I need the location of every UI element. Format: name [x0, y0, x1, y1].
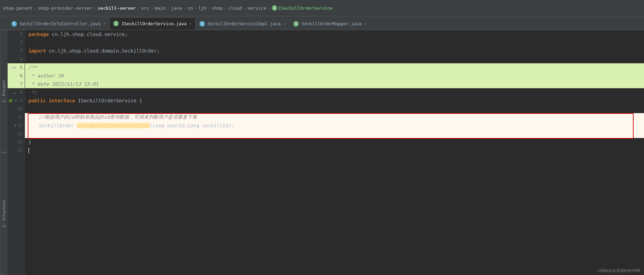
run-icon-9[interactable]: 🌿: [8, 99, 12, 103]
code-line-14: }: [25, 138, 644, 146]
gutter-line-5: |≡ ▽ 5: [8, 63, 25, 72]
interface-badge-2: I: [113, 21, 119, 26]
code-line-15: [25, 146, 644, 155]
breadcrumb-item-8[interactable]: ljh: [198, 6, 206, 11]
gutter-line-4: 4: [8, 55, 25, 63]
text-cursor: [28, 148, 29, 153]
code-line-12: SeckillOrder queryByUserIdAndSeckillId(L…: [25, 121, 644, 130]
interface-badge-4: I: [293, 21, 299, 27]
tab-seckill-controller[interactable]: C SeckillOrderInfoController.java ✕: [8, 17, 109, 30]
gutter-line-13: 13: [8, 130, 25, 138]
class-badge-3: C: [199, 21, 205, 27]
gutter-line-9: 🌿 ⬇ 9: [8, 97, 25, 105]
gutter-line-8: △ 8: [8, 88, 25, 97]
code-editor[interactable]: package cn.ljh.shop.cloud.service; impor…: [25, 30, 644, 275]
gutter-line-11: 11: [8, 113, 25, 121]
breadcrumb-item-9[interactable]: shop: [212, 6, 223, 11]
project-panel-label[interactable]: 1: Project: [0, 30, 8, 152]
tab-label-3: SeckillOrderServiceImpl.java: [208, 21, 281, 26]
breadcrumb-item-4[interactable]: src: [141, 6, 149, 11]
gutter-line-3: 3: [8, 47, 25, 55]
tab-iseckill-service[interactable]: I ISeckillOrderService.java ✕: [109, 17, 196, 30]
code-line-2: [25, 38, 644, 47]
impl-icon-12[interactable]: ⬇: [14, 123, 16, 128]
side-panel-labels: 1: Project 2: Structure: [0, 30, 8, 275]
breadcrumb-item-10[interactable]: cloud: [228, 6, 242, 11]
code-line-8: */: [25, 88, 644, 97]
code-line-6: * author JH: [25, 72, 644, 80]
close-tab-1[interactable]: ✕: [103, 21, 106, 26]
gutter-line-15: 15: [8, 146, 25, 155]
breadcrumb-item-7[interactable]: cn: [187, 6, 193, 11]
breadcrumb-item-6[interactable]: java: [171, 6, 182, 11]
gutter-line-12: ⬇ 12: [8, 121, 25, 130]
gutter-line-14: 14: [8, 138, 25, 146]
gutter-line-2: 2: [8, 38, 25, 47]
gutter-line-7: 7: [8, 80, 25, 88]
breadcrumb-bar: shop-parent › shop-provider-server › sec…: [0, 0, 644, 16]
close-tab-2[interactable]: ✕: [189, 21, 192, 26]
class-badge-1: C: [11, 21, 17, 27]
close-tab-4[interactable]: ✕: [364, 21, 367, 26]
code-line-13: [25, 130, 644, 138]
tab-label-2: ISeckillOrderService.java: [122, 21, 187, 26]
interface-badge: I: [272, 5, 277, 11]
main-layout: 1: Project 2: Structure 1 2 3 4 |≡ ▽ 5 6: [0, 30, 644, 275]
breadcrumb-item-3[interactable]: seckill-server: [98, 6, 136, 11]
gutter-line-10: 10: [8, 105, 25, 113]
collapse-icon-8[interactable]: △: [14, 90, 16, 95]
line-number-gutter: 1 2 3 4 |≡ ▽ 5 6 7 △ 8 🌿 ⬇ 9 10: [8, 30, 25, 275]
code-line-5: /**: [25, 63, 644, 72]
project-label-text: 1: Project: [2, 80, 6, 102]
structure-panel-label[interactable]: 2: Structure: [0, 153, 8, 275]
code-line-11: //根据用户的id和秒杀商品的id查询数据，可用来判断用户是否重复下单: [25, 113, 644, 121]
code-line-10: [25, 105, 644, 113]
tab-bar: C SeckillOrderInfoController.java ✕ I IS…: [0, 16, 644, 30]
code-line-3: import cn.ljh.shop.cloud.domain.SeckillO…: [25, 47, 644, 55]
tab-seckill-impl[interactable]: C SeckillOrderServiceImpl.java ✕: [196, 17, 289, 30]
tab-seckill-mapper[interactable]: I SeckillOrderMapper.java ✕: [289, 17, 370, 30]
collapse-icon-5[interactable]: ▽: [14, 65, 16, 70]
impl-icon-9[interactable]: ⬇: [15, 98, 17, 103]
breadcrumb-item-5[interactable]: main: [155, 6, 166, 11]
watermark: CSDN@从此英雄哈哈SOME: [597, 268, 641, 273]
breadcrumb-item-1[interactable]: shop-parent: [3, 6, 33, 11]
code-line-9: public interface ISeckillOrderService {: [25, 97, 644, 105]
tab-label-1: SeckillOrderInfoController.java: [20, 21, 100, 26]
code-line-4: [25, 55, 644, 63]
gutter-line-6: 6: [8, 72, 25, 80]
close-tab-3[interactable]: ✕: [283, 21, 286, 26]
breadcrumb-item-2[interactable]: shop-provider-server: [38, 6, 92, 11]
code-line-1: package cn.ljh.shop.cloud.service;: [25, 30, 644, 38]
structure-label-text: 2: Structure: [2, 200, 6, 228]
tab-label-4: SeckillOrderMapper.java: [302, 21, 361, 26]
gutter-line-1: 1: [8, 30, 25, 38]
code-line-7: * date 2022/11/13 15:01: [25, 80, 644, 88]
breadcrumb-item-service[interactable]: service: [247, 6, 266, 11]
breadcrumb-item-interface[interactable]: ISeckillOrderService: [278, 6, 333, 11]
